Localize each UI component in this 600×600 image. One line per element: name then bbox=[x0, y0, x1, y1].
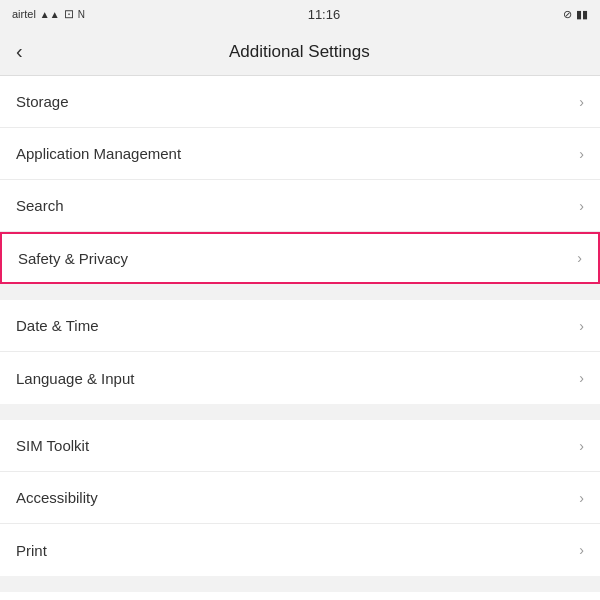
carrier-text: airtel bbox=[12, 8, 36, 20]
chevron-icon-storage: › bbox=[579, 94, 584, 110]
status-bar: airtel ▲▲ ⊡ N 11:16 ⊘ ▮▮ bbox=[0, 0, 600, 28]
nfc-icon: N bbox=[78, 9, 85, 20]
section-divider bbox=[0, 412, 600, 420]
label-language-input: Language & Input bbox=[16, 370, 134, 387]
chevron-icon-safety-privacy: › bbox=[577, 250, 582, 266]
setting-item-backup-reset[interactable]: Back up and reset› bbox=[0, 592, 600, 600]
chevron-icon-print: › bbox=[579, 542, 584, 558]
chevron-icon-app-management: › bbox=[579, 146, 584, 162]
setting-item-safety-privacy[interactable]: Safety & Privacy› bbox=[0, 232, 600, 284]
chevron-icon-date-time: › bbox=[579, 318, 584, 334]
chevron-icon-search: › bbox=[579, 198, 584, 214]
top-bar: ‹ Additional Settings bbox=[0, 28, 600, 76]
setting-item-storage[interactable]: Storage› bbox=[0, 76, 600, 128]
page-title: Additional Settings bbox=[39, 42, 560, 62]
status-left: airtel ▲▲ ⊡ N bbox=[12, 7, 85, 21]
setting-item-language-input[interactable]: Language & Input› bbox=[0, 352, 600, 404]
chevron-icon-accessibility: › bbox=[579, 490, 584, 506]
setting-item-search[interactable]: Search› bbox=[0, 180, 600, 232]
alarm-icon: ⊘ bbox=[563, 8, 572, 21]
group-group2: Date & Time›Language & Input› bbox=[0, 300, 600, 404]
label-storage: Storage bbox=[16, 93, 69, 110]
setting-item-date-time[interactable]: Date & Time› bbox=[0, 300, 600, 352]
time-display: 11:16 bbox=[308, 7, 341, 22]
signal-icon: ▲▲ bbox=[40, 9, 60, 20]
label-sim-toolkit: SIM Toolkit bbox=[16, 437, 89, 454]
chevron-icon-language-input: › bbox=[579, 370, 584, 386]
section-divider bbox=[0, 584, 600, 592]
battery-icon: ▮▮ bbox=[576, 8, 588, 21]
wifi-icon: ⊡ bbox=[64, 7, 74, 21]
label-accessibility: Accessibility bbox=[16, 489, 98, 506]
label-date-time: Date & Time bbox=[16, 317, 99, 334]
section-divider bbox=[0, 292, 600, 300]
setting-item-print[interactable]: Print› bbox=[0, 524, 600, 576]
setting-item-accessibility[interactable]: Accessibility› bbox=[0, 472, 600, 524]
back-button[interactable]: ‹ bbox=[16, 40, 23, 63]
chevron-icon-sim-toolkit: › bbox=[579, 438, 584, 454]
group-group4: Back up and reset› bbox=[0, 592, 600, 600]
label-safety-privacy: Safety & Privacy bbox=[18, 250, 128, 267]
setting-item-sim-toolkit[interactable]: SIM Toolkit› bbox=[0, 420, 600, 472]
label-app-management: Application Management bbox=[16, 145, 181, 162]
status-right: ⊘ ▮▮ bbox=[563, 8, 588, 21]
group-group1: Storage›Application Management›Search›Sa… bbox=[0, 76, 600, 284]
label-print: Print bbox=[16, 542, 47, 559]
label-search: Search bbox=[16, 197, 64, 214]
group-group3: SIM Toolkit›Accessibility›Print› bbox=[0, 420, 600, 576]
setting-item-app-management[interactable]: Application Management› bbox=[0, 128, 600, 180]
settings-list: Storage›Application Management›Search›Sa… bbox=[0, 76, 600, 600]
